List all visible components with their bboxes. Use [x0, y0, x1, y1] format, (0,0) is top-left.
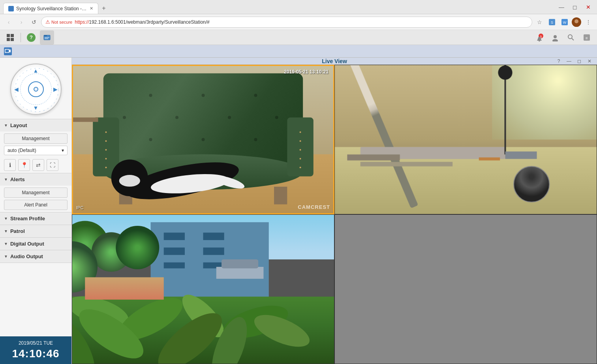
alerts-chevron: ▼: [4, 177, 8, 182]
layout-section: ▼ Layout Management auto (Default) ▾ ℹ 📍…: [0, 119, 71, 173]
svg-rect-7: [11, 34, 14, 37]
search-btn[interactable]: [564, 30, 578, 45]
main-minimize-btn[interactable]: —: [565, 58, 573, 66]
svg-text:S: S: [551, 21, 553, 24]
help-btn[interactable]: ?: [24, 30, 38, 45]
sidebar: ▲ ▼ ◀ ▶ ▼ Layout: [0, 58, 72, 364]
cam1-timestamp: 2019-05-21 13:10:21: [284, 69, 329, 75]
browser-toolbar: ? 1: [0, 30, 597, 45]
layout-section-header[interactable]: ▼ Layout: [0, 119, 71, 131]
stream-profile-header[interactable]: ▼ Stream Profile: [0, 212, 71, 225]
browser-tabs: Synology Surveillance Station - R... ✕ +: [3, 0, 109, 14]
ptz-circle: ▲ ▼ ◀ ▶: [10, 64, 62, 115]
svg-rect-9: [11, 38, 14, 41]
nav-right-icons: ☆ S W ⋮: [534, 17, 594, 28]
ptz-center-btn[interactable]: [28, 81, 44, 97]
user-account-btn[interactable]: [548, 30, 562, 45]
app-container: ▲ ▼ ◀ ▶ ▼ Layout: [0, 45, 597, 364]
digital-output-header[interactable]: ▼ Digital Output: [0, 238, 71, 250]
audio-output-section: ▼ Audio Output: [0, 250, 71, 263]
main-content: Live View ? — ◻ ✕ 2019-05-21 13:10:21 IP…: [72, 58, 597, 364]
notifications2-btn[interactable]: ≡: [580, 30, 594, 45]
patrol-chevron: ▼: [4, 229, 8, 233]
stream-profile-section: ▼ Stream Profile: [0, 212, 71, 225]
patrol-section: ▼ Patrol: [0, 225, 71, 238]
svg-point-17: [554, 35, 557, 38]
file-manager-btn[interactable]: [40, 30, 54, 45]
main-title-controls: ? — ◻ ✕: [554, 58, 594, 66]
notifications-btn[interactable]: 1: [532, 30, 546, 45]
camera-cell-3[interactable]: [72, 214, 334, 364]
forward-btn[interactable]: ›: [16, 17, 27, 28]
camera-cell-1[interactable]: 2019-05-21 13:10:21 IPC CAMCREST: [72, 65, 334, 214]
alert-panel-btn[interactable]: Alert Panel: [4, 200, 68, 210]
tab-label: Synology Surveillance Station - R...: [16, 6, 87, 11]
tab-close-btn[interactable]: ✕: [90, 6, 93, 11]
svg-text:≡: ≡: [586, 36, 588, 40]
bookmark-btn[interactable]: ☆: [534, 17, 545, 28]
main-restore-btn[interactable]: ◻: [575, 58, 584, 66]
toolbar-separator: [21, 33, 21, 42]
ptz-control: ▲ ▼ ◀ ▶: [0, 58, 71, 119]
digital-output-section: ▼ Digital Output: [0, 238, 71, 250]
new-tab-button[interactable]: +: [98, 3, 109, 14]
fullscreen-btn[interactable]: ⛶: [47, 159, 58, 171]
reload-btn[interactable]: ↺: [28, 17, 39, 28]
digital-output-chevron: ▼: [4, 242, 8, 246]
active-tab[interactable]: Synology Surveillance Station - R... ✕: [3, 3, 98, 14]
patrol-header[interactable]: ▼ Patrol: [0, 225, 71, 237]
menu-btn[interactable]: ⋮: [583, 17, 594, 28]
user-avatar[interactable]: [572, 17, 581, 27]
back-btn[interactable]: ‹: [3, 17, 14, 28]
sidebar-clock: 2019/05/21 TUE 14:10:46: [0, 336, 71, 364]
extension2-btn[interactable]: W: [559, 17, 570, 28]
main-help-btn[interactable]: ?: [554, 58, 563, 66]
svg-rect-8: [7, 38, 10, 41]
layout-dropdown[interactable]: auto (Default) ▾: [4, 146, 68, 155]
app-icon: [4, 47, 12, 55]
alerts-management-btn[interactable]: Management: [4, 188, 68, 198]
camera-cell-2[interactable]: [334, 65, 597, 214]
svg-text:W: W: [563, 21, 567, 24]
address-bar[interactable]: ⚠ Not secure https://192.168.1.6:5001/we…: [41, 17, 532, 28]
swap-btn[interactable]: ⇄: [32, 159, 44, 171]
location-btn[interactable]: 📍: [18, 159, 30, 171]
app-body: ▲ ▼ ◀ ▶ ▼ Layout: [0, 58, 597, 364]
alerts-section-header[interactable]: ▼ Alerts: [0, 173, 71, 186]
tab-favicon: [8, 6, 14, 11]
camera-feed-2: [335, 65, 597, 214]
camera-cell-4[interactable]: [334, 214, 597, 364]
browser-nav-bar: ‹ › ↺ ⚠ Not secure https://192.168.1.6:5…: [0, 14, 597, 30]
layout-management-btn[interactable]: Management: [4, 133, 68, 144]
camera-feed-3: [72, 215, 334, 364]
info-btn[interactable]: ℹ: [4, 159, 16, 171]
window-close-btn[interactable]: ✕: [583, 2, 594, 13]
stream-profile-label: Stream Profile: [10, 216, 45, 221]
svg-point-4: [574, 19, 578, 23]
chevron-down-icon: ▾: [62, 148, 64, 153]
svg-rect-6: [7, 34, 10, 37]
audio-output-header[interactable]: ▼ Audio Output: [0, 250, 71, 263]
stream-profile-chevron: ▼: [4, 216, 8, 221]
camera-feed-4: [335, 215, 597, 364]
camera-grid: 2019-05-21 13:10:21 IPC CAMCREST: [72, 65, 597, 364]
dropdown-value: auto (Default): [8, 148, 36, 153]
main-close-btn[interactable]: ✕: [585, 58, 594, 66]
camera-feed-1: [73, 66, 333, 213]
layout-chevron: ▼: [4, 123, 8, 128]
patrol-label: Patrol: [10, 228, 25, 234]
svg-rect-12: [45, 37, 49, 38]
browser-title-bar: Synology Surveillance Station - R... ✕ +…: [0, 0, 597, 14]
cam1-watermark: CAMCREST: [298, 204, 330, 210]
alerts-section: ▼ Alerts Management Alert Panel: [0, 173, 71, 212]
window-minimize-btn[interactable]: —: [556, 2, 567, 13]
address-text: https://192.168.1.6:5001/webman/3rdparty…: [75, 19, 210, 25]
window-restore-btn[interactable]: ◻: [569, 2, 580, 13]
layout-icons-row: ℹ 📍 ⇄ ⛶: [0, 157, 71, 173]
layout-label: Layout: [10, 122, 27, 128]
clock-time: 14:10:46: [4, 347, 68, 360]
extension1-btn[interactable]: S: [546, 17, 558, 28]
apps-grid-btn[interactable]: [3, 30, 17, 45]
alerts-label: Alerts: [10, 176, 25, 182]
svg-point-18: [552, 39, 558, 41]
